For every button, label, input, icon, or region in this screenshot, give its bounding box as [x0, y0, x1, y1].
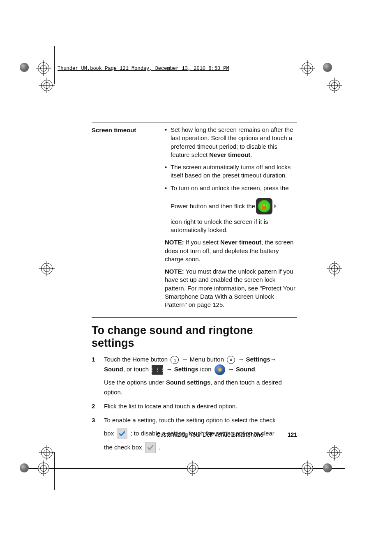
note: NOTE: If you select Never timeout, the s…: [165, 238, 297, 263]
note-title: NOTE:: [165, 268, 184, 275]
note: NOTE: You must draw the unlock pattern i…: [165, 267, 297, 309]
step-item: Flick the list to locate and touch a des…: [92, 401, 297, 411]
content-area: Screen timeout Set how long the screen r…: [92, 122, 297, 457]
bold-text: Never timeout: [209, 151, 250, 158]
registration-mark-icon: [302, 463, 313, 474]
registration-mark-icon: [329, 263, 340, 274]
bold-text: Settings: [246, 356, 270, 363]
text: To turn on and unlock the screen, press …: [171, 184, 297, 192]
text: , or touch: [123, 366, 151, 373]
page: Thunder_UM.book Page 121 Monday, Decembe…: [0, 0, 392, 555]
registration-mark-icon: [187, 463, 198, 474]
text: icon right to unlock the screen if it is…: [171, 218, 297, 235]
bold-text: Sound: [104, 366, 123, 373]
crop-line: [338, 46, 338, 84]
bullet-item: The screen automatically turns off and l…: [165, 163, 297, 180]
note-title: NOTE:: [165, 239, 184, 246]
crop-line: [54, 46, 55, 84]
registration-mark-icon: [329, 447, 340, 458]
bullet-item: To turn on and unlock the screen, press …: [165, 184, 297, 235]
text: The screen automatically turns off and l…: [171, 164, 291, 179]
bullet-list: Set how long the screen remains on after…: [165, 126, 297, 234]
crop-line: [54, 452, 55, 490]
home-button-icon: ⌂: [171, 356, 179, 364]
registration-mark-icon: [38, 463, 49, 474]
bold-text: Settings: [174, 366, 198, 373]
registration-mark-icon: [41, 263, 53, 274]
bold-text: Sound: [236, 366, 255, 373]
arrow-icon: →: [238, 356, 244, 363]
text: the check box: [104, 444, 144, 451]
crop-line: [338, 452, 338, 490]
dot-icon: [323, 463, 332, 472]
footer-title: Customizing Your Dell Venue Smartphone: [156, 431, 263, 438]
text: icon: [198, 366, 213, 373]
registration-mark-icon: [41, 80, 53, 91]
crop-line: [21, 468, 345, 469]
registration-mark-icon: [38, 62, 49, 74]
checkbox-unchecked-icon: [145, 442, 156, 453]
arrow-icon: →: [228, 366, 234, 373]
section-heading: To change sound and ringtone settings: [92, 324, 297, 350]
svg-rect-0: [262, 206, 266, 210]
steps-list: Touch the Home button ⌂ → Menu button ≡ …: [92, 355, 297, 453]
settings-app-icon: [214, 364, 225, 375]
registration-mark-icon: [41, 447, 53, 458]
dot-icon: [323, 63, 332, 72]
text: .: [255, 366, 257, 373]
dot-icon: [20, 63, 29, 72]
setting-description: Set how long the screen remains on after…: [165, 126, 297, 313]
step-item: Touch the Home button ⌂ → Menu button ≡ …: [92, 355, 297, 397]
page-footer: Customizing Your Dell Venue Smartphone 1…: [92, 431, 297, 438]
bold-text: Sound settings: [166, 379, 210, 386]
setting-row: Screen timeout Set how long the screen r…: [92, 126, 297, 313]
text: Touch the Home button: [104, 356, 169, 363]
setting-name: Screen timeout: [92, 126, 165, 313]
arrow-icon: →: [182, 356, 188, 363]
footer-divider: [271, 432, 271, 438]
horizontal-rule: [92, 317, 297, 318]
text: .: [250, 151, 252, 158]
arrow-icon: →: [270, 356, 277, 363]
text: Flick the list to locate and touch a des…: [104, 403, 237, 410]
bullet-item: Set how long the screen remains on after…: [165, 126, 297, 159]
registration-mark-icon: [329, 80, 340, 91]
header-filename: Thunder_UM.book Page 121 Monday, Decembe…: [58, 66, 229, 71]
arrow-icon: →: [166, 366, 173, 373]
page-number: 121: [288, 431, 297, 438]
text: Power button and then flick the: [171, 202, 255, 210]
text: You must draw the unlock pattern if you …: [165, 268, 295, 308]
text: Use the options under: [104, 379, 166, 386]
text: To enable a setting, touch the setting o…: [104, 417, 276, 424]
bold-text: Never timeout: [220, 239, 261, 246]
lock-slider-icon: [256, 198, 272, 214]
text: .: [159, 444, 160, 451]
horizontal-rule: [92, 122, 297, 122]
dot-icon: [20, 463, 29, 472]
menu-button-icon: ≡: [227, 356, 235, 364]
registration-mark-icon: [302, 62, 313, 74]
text: If you select: [184, 239, 220, 246]
text: Menu button: [190, 356, 226, 363]
apps-grid-icon: ⋮⋮⋮: [152, 365, 163, 375]
